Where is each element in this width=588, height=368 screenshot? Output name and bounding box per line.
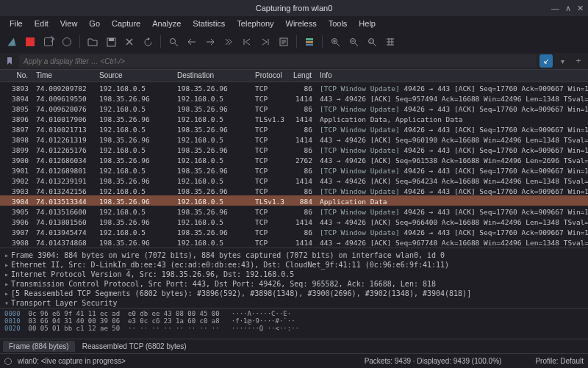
col-header-time[interactable]: Time bbox=[32, 70, 96, 82]
resize-columns-button[interactable] bbox=[382, 34, 398, 50]
packet-row[interactable]: 390874.014374868198.35.26.96192.168.0.5T… bbox=[0, 237, 588, 247]
status-packet-count: Packets: 9439 · Displayed: 9439 (100.0%) bbox=[365, 357, 502, 365]
menu-telephony[interactable]: Telephony bbox=[232, 18, 279, 29]
filter-add-button[interactable]: + bbox=[572, 54, 585, 68]
col-header-prot[interactable]: Protocol bbox=[251, 70, 288, 82]
col-header-len[interactable]: Lengt bbox=[288, 70, 316, 82]
col-header-no[interactable]: No. bbox=[0, 70, 32, 82]
bytes-tab[interactable]: Frame (884 bytes) bbox=[3, 341, 75, 352]
display-filter-bar: ▾ + bbox=[0, 53, 588, 69]
packet-row[interactable]: 390374.013242156192.168.0.5198.35.26.96T… bbox=[0, 185, 588, 195]
col-header-info[interactable]: Info bbox=[316, 70, 588, 82]
menu-go[interactable]: Go bbox=[84, 18, 105, 29]
packet-row[interactable]: 389874.012261319198.35.26.96192.168.0.5T… bbox=[0, 134, 588, 144]
menu-file[interactable]: File bbox=[4, 18, 28, 29]
packet-row[interactable]: 390174.012689801192.168.0.5198.35.26.96T… bbox=[0, 165, 588, 175]
svg-rect-7 bbox=[306, 44, 313, 46]
packet-row[interactable]: 389374.009209782192.168.0.5198.35.26.96T… bbox=[0, 82, 588, 93]
window-maximize-icon[interactable]: ∧ bbox=[565, 4, 571, 13]
svg-rect-5 bbox=[306, 38, 313, 40]
menu-help[interactable]: Help bbox=[354, 18, 381, 29]
col-header-dst[interactable]: Destination bbox=[173, 70, 251, 82]
packet-row[interactable]: 389774.010021713192.168.0.5198.35.26.96T… bbox=[0, 123, 588, 134]
menu-analyze[interactable]: Analyze bbox=[147, 18, 186, 29]
menu-edit[interactable]: Edit bbox=[29, 18, 54, 29]
go-forward-button[interactable] bbox=[202, 34, 218, 50]
go-first-button[interactable] bbox=[239, 34, 255, 50]
restart-capture-button[interactable] bbox=[40, 34, 57, 50]
bytes-row[interactable]: 0000 0c 96 e6 9f 41 11 ec ad e0 db ee 43… bbox=[4, 310, 584, 317]
start-capture-button[interactable] bbox=[4, 34, 20, 50]
menu-view[interactable]: View bbox=[55, 18, 83, 29]
byte-view-tabs: Frame (884 bytes)Reassembled TCP (6802 b… bbox=[0, 339, 588, 353]
packet-row[interactable]: 389574.009628076192.168.0.5198.35.26.96T… bbox=[0, 103, 588, 113]
packet-list[interactable]: 389374.009209782192.168.0.5198.35.26.96T… bbox=[0, 82, 588, 248]
status-interface-label: wlan0: <live capture in progress> bbox=[18, 357, 126, 365]
details-line[interactable]: ▸[5 Reassembled TCP Segments (6802 bytes… bbox=[4, 289, 584, 298]
display-filter-input[interactable] bbox=[19, 54, 537, 68]
stop-capture-button[interactable] bbox=[22, 34, 38, 50]
reload-button[interactable] bbox=[140, 34, 156, 50]
packet-row[interactable]: 390774.013945474192.168.0.5198.35.26.96T… bbox=[0, 226, 588, 237]
svg-rect-6 bbox=[306, 41, 313, 43]
zoom-out-button[interactable] bbox=[345, 34, 362, 50]
main-toolbar: 1:1 bbox=[0, 31, 588, 53]
open-file-button[interactable] bbox=[85, 34, 101, 50]
find-button[interactable] bbox=[165, 34, 182, 50]
save-file-button[interactable] bbox=[103, 34, 119, 50]
packet-row[interactable]: 389974.012265176192.168.0.5198.35.26.96T… bbox=[0, 144, 588, 154]
go-to-packet-button[interactable] bbox=[220, 34, 237, 50]
packet-row[interactable]: 390674.013801560198.35.26.96192.168.0.5T… bbox=[0, 216, 588, 226]
bytes-tab[interactable]: Reassembled TCP (6802 bytes) bbox=[76, 341, 193, 352]
packet-row[interactable]: 390074.012686034198.35.26.96192.168.0.5T… bbox=[0, 154, 588, 165]
menu-statistics[interactable]: Statistics bbox=[187, 18, 230, 29]
packet-details-pane[interactable]: ▸Frame 3904: 884 bytes on wire (7072 bit… bbox=[0, 248, 588, 308]
packet-row[interactable]: 390274.013239191198.35.26.96192.168.0.5T… bbox=[0, 175, 588, 185]
packet-bytes-pane[interactable]: 0000 0c 96 e6 9f 41 11 ec ad e0 db ee 43… bbox=[0, 308, 588, 339]
details-line[interactable]: ▸Frame 3904: 884 bytes on wire (7072 bit… bbox=[4, 250, 584, 260]
packet-row[interactable]: 389474.009619550198.35.26.96192.168.0.5T… bbox=[0, 93, 588, 103]
menu-capture[interactable]: Capture bbox=[107, 18, 146, 29]
zoom-reset-button[interactable]: 1:1 bbox=[364, 34, 380, 50]
filter-apply-button[interactable] bbox=[539, 54, 553, 68]
toolbar-separator bbox=[79, 35, 80, 48]
menu-wireless[interactable]: Wireless bbox=[281, 18, 322, 29]
go-last-button[interactable] bbox=[257, 34, 273, 50]
filter-history-dropdown[interactable]: ▾ bbox=[556, 54, 569, 68]
svg-point-3 bbox=[170, 38, 175, 43]
go-back-button[interactable] bbox=[184, 34, 200, 50]
svg-text:1:1: 1:1 bbox=[369, 39, 374, 43]
menu-tools[interactable]: Tools bbox=[323, 18, 353, 29]
toolbar-separator bbox=[322, 35, 323, 48]
toolbar-separator bbox=[160, 35, 161, 48]
zoom-in-button[interactable] bbox=[327, 34, 343, 50]
filter-bookmark-icon[interactable] bbox=[3, 54, 16, 68]
details-line[interactable]: ▾Transport Layer Security bbox=[4, 298, 584, 308]
bytes-row[interactable]: 0010 03 66 04 31 40 00 39 06 e3 0c c6 23… bbox=[4, 317, 584, 325]
status-profile[interactable]: Profile: Default bbox=[535, 357, 584, 365]
packet-row[interactable]: 390474.013513344198.35.26.96192.168.0.5T… bbox=[0, 195, 588, 206]
window-minimize-icon[interactable]: — bbox=[551, 4, 559, 13]
close-file-button[interactable] bbox=[121, 34, 137, 50]
toolbar-separator bbox=[296, 35, 297, 48]
auto-scroll-button[interactable] bbox=[276, 34, 292, 50]
capture-options-button[interactable] bbox=[59, 34, 75, 50]
details-line[interactable]: ▸Transmission Control Protocol, Src Port… bbox=[4, 279, 584, 289]
details-line[interactable]: ▸Ethernet II, Src: D-LinkIn_db:ee:43 (ec… bbox=[4, 260, 584, 270]
col-header-src[interactable]: Source bbox=[96, 70, 173, 82]
packet-row[interactable]: 389674.010017906198.35.26.96192.168.0.5T… bbox=[0, 113, 588, 123]
details-line[interactable]: ▸Internet Protocol Version 4, Src: 198.3… bbox=[4, 270, 584, 279]
expert-info-icon[interactable] bbox=[4, 358, 12, 365]
colorize-button[interactable] bbox=[301, 34, 318, 50]
menu-bar: FileEditViewGoCaptureAnalyzeStatisticsTe… bbox=[0, 16, 588, 31]
svg-rect-2 bbox=[109, 38, 114, 41]
title-bar: Capturing from wlan0 — ∧ ✕ bbox=[0, 0, 588, 16]
window-title: Capturing from wlan0 bbox=[256, 4, 333, 12]
packet-list-header[interactable]: No. Time Source Destination Protocol Len… bbox=[0, 69, 588, 82]
svg-marker-0 bbox=[7, 37, 15, 46]
packet-row[interactable]: 390574.013516600192.168.0.5198.35.26.96T… bbox=[0, 206, 588, 216]
window-close-icon[interactable]: ✕ bbox=[577, 4, 584, 13]
bytes-row[interactable]: 0020 00 05 01 bb c1 12 ae 50 ·· ·· ·· ··… bbox=[4, 325, 584, 332]
status-bar: wlan0: <live capture in progress> Packet… bbox=[0, 353, 588, 368]
